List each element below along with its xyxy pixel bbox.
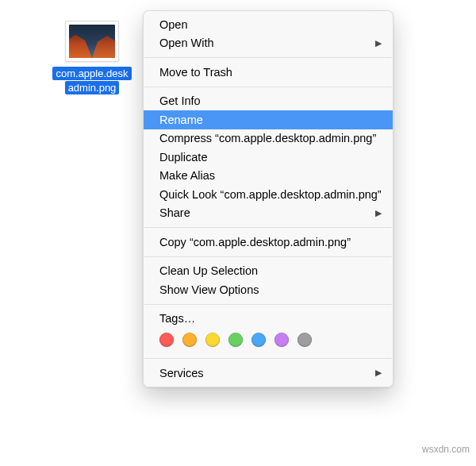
menu-item-label: Tags…	[159, 312, 195, 325]
menu-separator	[144, 358, 392, 359]
menu-item-label: Rename	[159, 114, 203, 126]
menu-item-quick-look-com-apple-desktop-a[interactable]: Quick Look “com.apple.desktop.admin.png”	[144, 185, 393, 204]
menu-item-label: Clean Up Selection	[159, 264, 258, 277]
menu-item-label: Duplicate	[159, 151, 207, 164]
tag-dot-4[interactable]	[251, 333, 266, 347]
menu-item-label: Get Info	[159, 94, 201, 107]
menu-item-label: Show View Options	[159, 283, 259, 296]
menu-item-copy-com-apple-desktop-admin-p[interactable]: Copy “com.apple.desktop.admin.png”	[144, 233, 393, 252]
menu-item-compress-com-apple-desktop-adm[interactable]: Compress “com.apple.desktop.admin.png”	[144, 129, 393, 148]
context-menu: OpenOpen With▶Move to TrashGet InfoRenam…	[143, 10, 393, 387]
menu-separator	[144, 87, 392, 87]
menu-item-label: Open	[159, 18, 187, 31]
submenu-arrow-icon: ▶	[375, 38, 382, 48]
menu-item-services[interactable]: Services▶	[144, 364, 393, 383]
file-name-label[interactable]: com.apple.deskadmin.png	[52, 67, 131, 94]
menu-item-label: Share	[159, 206, 190, 219]
menu-item-move-to-trash[interactable]: Move to Trash	[144, 63, 393, 82]
menu-item-duplicate[interactable]: Duplicate	[144, 148, 393, 167]
menu-item-label: Open With	[159, 37, 214, 49]
menu-item-get-info[interactable]: Get Info	[144, 92, 393, 111]
watermark: wsxdn.com	[422, 444, 470, 455]
submenu-arrow-icon: ▶	[375, 368, 382, 378]
menu-item-label: Services	[159, 367, 204, 379]
tag-dot-3[interactable]	[228, 333, 243, 347]
tag-dot-5[interactable]	[274, 333, 289, 347]
menu-item-label: Move to Trash	[159, 66, 232, 79]
tags-row	[144, 328, 393, 353]
menu-item-share[interactable]: Share▶	[144, 204, 393, 223]
menu-separator	[144, 256, 392, 257]
menu-item-open[interactable]: Open	[144, 15, 393, 34]
menu-item-label: Make Alias	[159, 169, 215, 182]
file-thumbnail-frame	[65, 21, 119, 62]
menu-item-rename[interactable]: Rename	[144, 110, 393, 129]
tag-dot-6[interactable]	[298, 333, 312, 347]
tag-dot-1[interactable]	[182, 333, 197, 347]
menu-item-make-alias[interactable]: Make Alias	[144, 167, 393, 186]
tag-dot-0[interactable]	[159, 333, 174, 347]
menu-separator	[144, 304, 392, 305]
file-name-text: com.apple.deskadmin.png	[52, 67, 131, 94]
tag-dot-2[interactable]	[205, 333, 220, 347]
menu-item-clean-up-selection[interactable]: Clean Up Selection	[144, 262, 393, 281]
file-item[interactable]: com.apple.deskadmin.png	[49, 21, 135, 94]
menu-separator	[144, 57, 392, 58]
file-thumbnail-image	[69, 25, 115, 58]
menu-item-tags[interactable]: Tags…	[144, 310, 393, 329]
submenu-arrow-icon: ▶	[375, 208, 382, 218]
menu-item-show-view-options[interactable]: Show View Options	[144, 280, 393, 299]
menu-item-label: Compress “com.apple.desktop.admin.png”	[159, 132, 376, 144]
menu-separator	[144, 227, 392, 228]
menu-item-label: Copy “com.apple.desktop.admin.png”	[159, 236, 351, 248]
menu-item-label: Quick Look “com.apple.desktop.admin.png”	[159, 188, 382, 201]
menu-item-open-with[interactable]: Open With▶	[144, 34, 393, 53]
